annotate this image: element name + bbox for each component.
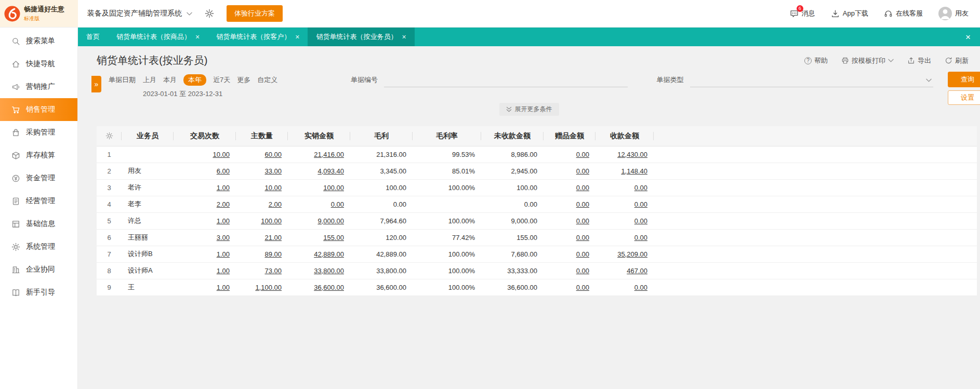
tab-report[interactable]: 销货单统计表（按客户）×: [208, 28, 308, 46]
drilldown-link[interactable]: 0.00: [634, 200, 647, 208]
tab-home[interactable]: 首页: [78, 28, 108, 46]
tab-close-icon[interactable]: ×: [195, 33, 200, 41]
drilldown-link[interactable]: 100.00: [261, 217, 282, 225]
drilldown-link[interactable]: 0.00: [634, 284, 647, 291]
column-header[interactable]: 毛利: [350, 126, 413, 146]
app-download-button[interactable]: App下载: [831, 9, 868, 18]
sidebar-item[interactable]: 企业协同: [0, 258, 77, 281]
drilldown-link[interactable]: 10.00: [213, 151, 230, 158]
date-option[interactable]: 本月: [163, 75, 177, 85]
sidebar-item[interactable]: 经营管理: [0, 190, 77, 212]
drilldown-link[interactable]: 36,600.00: [314, 284, 344, 291]
expand-more-button[interactable]: 展开更多条件: [499, 103, 559, 116]
settings-button[interactable]: 设置: [948, 90, 980, 105]
messages-button[interactable]: 6 消息: [790, 9, 815, 18]
drilldown-link[interactable]: 155.00: [323, 234, 344, 242]
sidebar-item[interactable]: 资金管理: [0, 167, 77, 190]
sidebar-item[interactable]: 基础信息: [0, 212, 77, 235]
tab-report[interactable]: 销货单统计表（按商品）×: [108, 28, 208, 46]
tab-report[interactable]: 销货单统计表（按业务员）×: [308, 28, 414, 46]
drilldown-link[interactable]: 467.00: [627, 267, 647, 275]
drilldown-link[interactable]: 2.00: [269, 200, 282, 208]
drilldown-link[interactable]: 1.00: [217, 250, 230, 258]
drilldown-link[interactable]: 10.00: [264, 184, 282, 192]
drilldown-link[interactable]: 0.00: [576, 151, 589, 158]
drilldown-link[interactable]: 1.00: [217, 217, 230, 225]
date-option[interactable]: 近7天: [213, 75, 230, 85]
drilldown-link[interactable]: 12,430.00: [617, 151, 647, 158]
trial-plan-button[interactable]: 体验行业方案: [227, 5, 283, 22]
drilldown-link[interactable]: 0.00: [576, 200, 589, 208]
drilldown-link[interactable]: 89.00: [264, 250, 282, 258]
date-option[interactable]: 更多: [237, 75, 250, 85]
sidebar-item[interactable]: 搜索菜单: [0, 30, 77, 52]
drilldown-link[interactable]: 0.00: [576, 217, 589, 225]
tab-close-icon[interactable]: ×: [295, 33, 299, 41]
date-option[interactable]: 本年: [183, 74, 206, 86]
drilldown-link[interactable]: 1,100.00: [255, 284, 282, 291]
search-button[interactable]: 查询: [948, 72, 980, 87]
column-header[interactable]: 赠品金额: [544, 126, 595, 146]
drilldown-link[interactable]: 73.00: [264, 267, 282, 275]
drilldown-link[interactable]: 42,889.00: [314, 250, 344, 258]
brand-logo[interactable]: 畅捷通好生意 标准版: [0, 0, 78, 27]
settings-gear-icon[interactable]: [205, 9, 214, 18]
sidebar-item[interactable]: 采购管理: [0, 121, 77, 144]
column-header[interactable]: 交易次数: [174, 126, 236, 146]
drilldown-link[interactable]: 3.00: [217, 234, 230, 242]
sidebar-item[interactable]: 销售管理: [0, 98, 77, 121]
column-header[interactable]: 未收款金额: [481, 126, 544, 146]
drilldown-link[interactable]: 1.00: [217, 267, 230, 275]
column-header[interactable]: 收款金额: [595, 126, 654, 146]
drilldown-link[interactable]: 1,148.40: [621, 167, 647, 175]
table-column-settings-icon[interactable]: [97, 126, 122, 146]
date-option[interactable]: 上月: [143, 75, 156, 85]
column-header[interactable]: 实销金额: [288, 126, 350, 146]
drilldown-link[interactable]: 0.00: [576, 184, 589, 192]
sidebar-item[interactable]: 系统管理: [0, 235, 77, 258]
column-header[interactable]: 主数量: [236, 126, 288, 146]
drilldown-link[interactable]: 60.00: [264, 151, 282, 158]
print-by-template-button[interactable]: 按模板打印: [841, 56, 894, 65]
drilldown-link[interactable]: 0.00: [576, 234, 589, 242]
drilldown-link[interactable]: 2.00: [217, 200, 230, 208]
sidebar-item[interactable]: 新手引导: [0, 281, 77, 304]
close-all-tabs-icon[interactable]: ×: [965, 33, 980, 42]
sidebar-item[interactable]: 营销推广: [0, 75, 77, 98]
drilldown-link[interactable]: 6.00: [217, 167, 230, 175]
doc-no-input[interactable]: [384, 74, 628, 87]
date-option[interactable]: 自定义: [257, 75, 277, 85]
drilldown-link[interactable]: 0.00: [331, 200, 344, 208]
refresh-button[interactable]: 刷新: [945, 56, 969, 65]
help-button[interactable]: ? 帮助: [804, 56, 828, 65]
drilldown-link[interactable]: 33,800.00: [314, 267, 344, 275]
drilldown-link[interactable]: 0.00: [576, 284, 589, 291]
export-button[interactable]: 导出: [907, 56, 931, 65]
drilldown-link[interactable]: 0.00: [576, 250, 589, 258]
sidebar-item[interactable]: 快捷导航: [0, 52, 77, 75]
system-select[interactable]: 装备及固定资产辅助管理系统: [87, 9, 192, 18]
sidebar-item[interactable]: 库存核算: [0, 144, 77, 167]
drilldown-link[interactable]: 1.00: [217, 284, 230, 291]
online-service-button[interactable]: 在线客服: [884, 9, 923, 18]
drilldown-link[interactable]: 0.00: [634, 234, 647, 242]
drilldown-link[interactable]: 35,209.00: [617, 250, 647, 258]
collapse-filter-button[interactable]: »: [91, 76, 101, 92]
drilldown-link[interactable]: 1.00: [217, 184, 230, 192]
drilldown-link[interactable]: 0.00: [634, 217, 647, 225]
drilldown-link[interactable]: 33.00: [264, 167, 282, 175]
drilldown-link[interactable]: 21.00: [264, 234, 282, 242]
column-header[interactable]: 业务员: [122, 126, 174, 146]
drilldown-link[interactable]: 4,093.40: [317, 167, 344, 175]
column-header[interactable]: 毛利率: [413, 126, 481, 146]
user-menu[interactable]: 用友: [938, 7, 969, 20]
drilldown-link[interactable]: 0.00: [634, 184, 647, 192]
drilldown-link[interactable]: 9,000.00: [317, 217, 344, 225]
drilldown-link[interactable]: 0.00: [576, 167, 589, 175]
drilldown-link[interactable]: 21,416.00: [314, 151, 344, 158]
tab-close-icon[interactable]: ×: [402, 33, 406, 41]
drilldown-link[interactable]: 0.00: [576, 267, 589, 275]
doc-type-select[interactable]: [690, 74, 934, 87]
drilldown-link[interactable]: 100.00: [323, 184, 344, 192]
date-range-value[interactable]: 2023-01-01 至 2023-12-31: [143, 89, 277, 99]
